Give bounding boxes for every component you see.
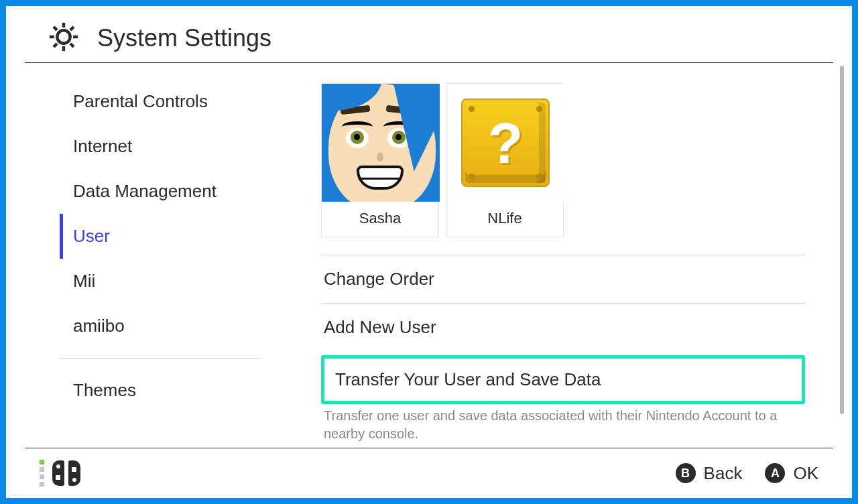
option-transfer-user-save-data[interactable]: Transfer Your User and Save Data (321, 355, 805, 404)
gear-icon (49, 22, 97, 54)
header: System Settings (6, 6, 852, 62)
sidebar-item-user[interactable]: User (60, 214, 274, 259)
main-panel: Sasha ? NLife (274, 63, 852, 448)
user-card-sasha[interactable]: Sasha (321, 83, 439, 237)
option-label: Transfer Your User and Save Data (335, 369, 601, 389)
option-description: Transfer one user and save data associat… (321, 407, 805, 443)
svg-rect-2 (62, 46, 65, 51)
sidebar-item-label: Internet (73, 136, 132, 156)
sidebar-item-internet[interactable]: Internet (60, 124, 274, 169)
question-block-icon: ? (446, 84, 564, 202)
sidebar-divider (60, 358, 261, 359)
sidebar: Parental Controls Internet Data Manageme… (6, 63, 274, 448)
svg-rect-3 (50, 36, 54, 38)
back-button[interactable]: B Back (676, 463, 743, 484)
frame-corner-label: OLD CONSOLE (723, 481, 845, 500)
sidebar-item-label: Data Management (73, 181, 217, 201)
sidebar-item-label: Parental Controls (73, 91, 208, 111)
sidebar-item-parental-controls[interactable]: Parental Controls (60, 79, 274, 124)
user-name-label: NLife (446, 202, 563, 237)
sidebar-item-data-management[interactable]: Data Management (60, 169, 274, 214)
b-button-icon: B (676, 463, 696, 483)
page-title: System Settings (97, 24, 271, 52)
svg-rect-4 (73, 36, 78, 38)
user-name-label: Sasha (322, 202, 438, 237)
sidebar-item-amiibo[interactable]: amiibo (60, 304, 274, 349)
controller-status-icon (40, 460, 80, 487)
a-button-icon: A (765, 463, 785, 483)
option-label: Add New User (324, 317, 436, 337)
sidebar-item-label: Themes (73, 380, 136, 400)
ok-label: OK (793, 463, 818, 484)
option-label: Change Order (324, 269, 434, 289)
svg-rect-8 (69, 42, 74, 48)
svg-rect-6 (53, 42, 58, 48)
svg-rect-7 (53, 26, 58, 32)
svg-point-0 (57, 30, 70, 43)
option-add-new-user[interactable]: Add New User (321, 304, 805, 351)
sidebar-item-themes[interactable]: Themes (60, 368, 274, 413)
back-label: Back (704, 463, 743, 484)
svg-rect-1 (62, 23, 65, 27)
mii-avatar-icon (322, 84, 440, 202)
svg-rect-5 (69, 26, 74, 32)
sidebar-item-label: User (73, 226, 110, 246)
option-change-order[interactable]: Change Order (321, 255, 805, 303)
user-card-nlife[interactable]: ? NLife (446, 83, 564, 237)
sidebar-item-label: Mii (73, 271, 95, 291)
ok-button[interactable]: A OK (765, 463, 818, 484)
sidebar-item-mii[interactable]: Mii (60, 259, 274, 304)
sidebar-item-label: amiibo (73, 316, 125, 336)
